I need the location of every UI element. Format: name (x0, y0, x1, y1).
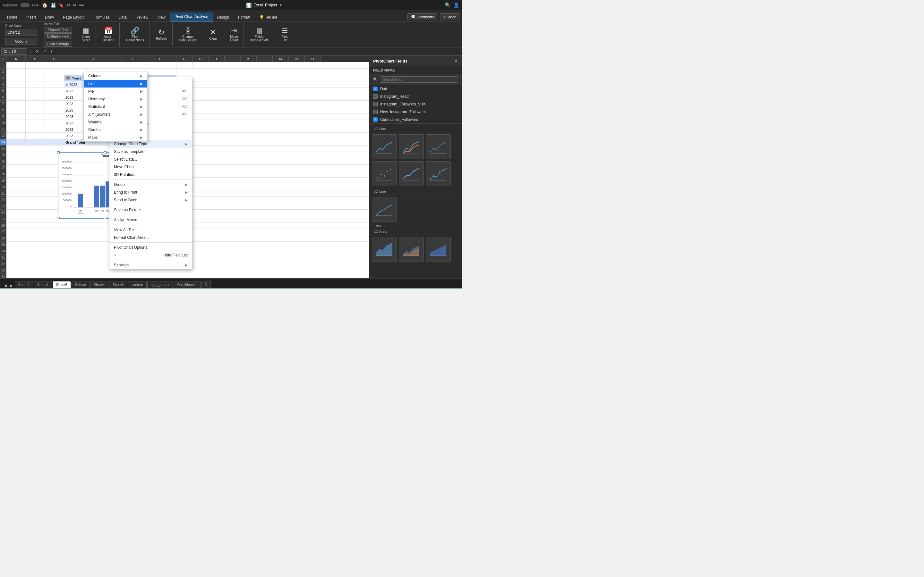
handle-tm[interactable] (104, 151, 107, 154)
submenu-combo[interactable]: Combo ▶ (84, 126, 147, 134)
ctx-view-alt-text[interactable]: View Alt Text... (110, 226, 192, 234)
cell-a1[interactable] (6, 62, 26, 68)
sheet-tab-d[interactable]: D (201, 281, 211, 288)
col-header-j[interactable]: J (225, 56, 241, 62)
sheet-tab-datasheet1[interactable]: DataSheet 1 (174, 281, 200, 288)
options-button[interactable]: Options (5, 38, 37, 45)
cell-a11[interactable] (6, 126, 26, 132)
col-header-f[interactable]: F (144, 56, 176, 62)
cell-b12[interactable] (26, 133, 45, 139)
submenu-scatter[interactable]: X Y (Scatter) ▶ (84, 111, 147, 118)
share-icon[interactable]: 👤 (453, 2, 459, 8)
fields-items-button[interactable]: ▤ Fields,Items & Sets (248, 26, 271, 43)
cell-rest-7[interactable] (176, 101, 369, 107)
field-item-date[interactable]: ✓ Date (369, 85, 462, 93)
cell-c8[interactable] (45, 107, 64, 113)
field-item-instagram-followers-visit[interactable]: Instagram_Followers_Visit (369, 100, 462, 108)
col-header-e[interactable]: E (122, 56, 144, 62)
submenu-line[interactable]: Line ▶ (84, 80, 147, 87)
field-list-button[interactable]: ☰ FieldList (278, 26, 292, 43)
change-data-source-button[interactable]: 🗄 ChangeData Source (176, 26, 200, 43)
tab-format[interactable]: Format (234, 13, 255, 21)
sheet-tab-sheet3[interactable]: Sheet3 (109, 281, 128, 288)
handle-tl[interactable] (57, 151, 60, 154)
col-header-i[interactable]: I (208, 56, 225, 62)
refresh-button[interactable]: ↻ Refresh (153, 27, 170, 42)
cell-rest-6[interactable] (176, 94, 369, 100)
cell-a9[interactable] (6, 113, 26, 119)
move-chart-button[interactable]: ⇥ MoveChart (227, 26, 241, 43)
field-checkbox-instagram-reach[interactable] (373, 94, 378, 99)
sheet-tab-sheet6[interactable]: Sheet6 (53, 281, 71, 288)
cell-a8[interactable] (6, 107, 26, 113)
area-chart-thumb-2[interactable] (399, 237, 424, 262)
sheet-tab-sheet4[interactable]: Sheet4 (90, 281, 108, 288)
handle-bm[interactable] (104, 217, 107, 219)
col-header-n[interactable]: N (289, 56, 305, 62)
insert-timeline-button[interactable]: 📅 InsertTimeline (100, 26, 117, 43)
col-header-c[interactable]: C (45, 56, 64, 62)
undo-icon[interactable]: ↩ (66, 3, 70, 8)
field-settings-button[interactable]: Field Settings (44, 41, 72, 47)
tab-tell-me[interactable]: 💡Tell me (255, 13, 282, 21)
cell-c3[interactable] (45, 75, 64, 81)
field-item-cumulative-followers[interactable]: ✓ Cumulative_Followers (369, 116, 462, 123)
col-header-g[interactable]: G (176, 56, 192, 62)
ctx-bring-to-front[interactable]: Bring to Front ▶ (110, 189, 192, 196)
cell-rest-5[interactable] (176, 88, 369, 94)
ctx-group[interactable]: Group ▶ (110, 181, 192, 189)
cancel-formula-icon[interactable]: ✕ (34, 49, 40, 54)
submenu-hierarchy[interactable]: Hierarchy ▶ (84, 95, 147, 103)
cell-rest-1[interactable] (192, 62, 369, 68)
cell-a2[interactable] (6, 69, 26, 75)
prev-sheet-icon[interactable]: ◀ (3, 284, 8, 288)
ctx-save-as-picture[interactable]: Save as Picture... (110, 206, 192, 214)
cell-b8[interactable] (26, 107, 45, 113)
cell-rest-13[interactable] (176, 139, 369, 145)
formula-input[interactable] (55, 49, 461, 55)
bookmark-icon[interactable]: 🔖 (58, 3, 64, 8)
search-icon[interactable]: 🔍 (445, 2, 451, 8)
cell-c12[interactable] (45, 133, 64, 139)
cell-b9[interactable] (26, 113, 45, 119)
name-box[interactable] (1, 48, 27, 55)
cell-b4[interactable] (26, 81, 45, 87)
cell-a7[interactable] (6, 101, 26, 107)
submenu-waterfall[interactable]: Waterfall ▶ (84, 118, 147, 126)
field-checkbox-new-instagram-followers[interactable] (373, 110, 378, 114)
tab-data[interactable]: Data (114, 13, 131, 21)
sheet-tab-content[interactable]: content (128, 281, 147, 288)
tab-review[interactable]: Review (131, 13, 153, 21)
col-header-m[interactable]: M (273, 56, 289, 62)
submenu-statistical[interactable]: Statistical ▶ (84, 103, 147, 111)
cell-f2[interactable] (144, 69, 176, 75)
col-header-k[interactable]: K (241, 56, 257, 62)
field-item-instagram-reach[interactable]: Instagram_Reach (369, 93, 462, 100)
cell-c2[interactable] (45, 69, 64, 75)
ctx-send-to-back[interactable]: Send to Back ▶ (110, 196, 192, 204)
cell-a3[interactable] (6, 75, 26, 81)
sheet-tab-sheet2[interactable]: Sheet2 (15, 281, 33, 288)
submenu-column[interactable]: Column ▶ (84, 72, 147, 80)
collapse-field-button[interactable]: Collapse Field (44, 33, 72, 39)
pivot-close-button[interactable]: ✕ (454, 58, 458, 63)
expand-field-button[interactable]: Expand Field (44, 27, 72, 33)
cell-b7[interactable] (26, 101, 45, 107)
area-chart-thumb-1[interactable] (372, 237, 397, 262)
ctx-3d-rotation[interactable]: 3D Rotation... (110, 171, 192, 179)
ctx-pivot-chart-options[interactable]: Pivot Chart Options... (110, 243, 192, 251)
line-chart-thumb-5[interactable] (399, 161, 424, 186)
tab-formulas[interactable]: Formulas (89, 13, 114, 21)
ctx-hide-field-list[interactable]: ✓ Hide Field List (110, 251, 192, 259)
field-checkbox-instagram-followers-visit[interactable] (373, 102, 378, 106)
cell-d1[interactable] (64, 62, 122, 68)
clear-button[interactable]: ✕ Clear (206, 27, 220, 42)
cell-rest-8[interactable] (176, 107, 369, 113)
col-header-d[interactable]: D (64, 56, 122, 62)
cell-g1[interactable] (176, 62, 192, 68)
cell-b2[interactable] (26, 69, 45, 75)
cell-a13[interactable] (6, 139, 26, 145)
cell-c10[interactable] (45, 120, 64, 126)
autosave-toggle[interactable] (21, 3, 29, 7)
cell-e1[interactable] (122, 62, 144, 68)
